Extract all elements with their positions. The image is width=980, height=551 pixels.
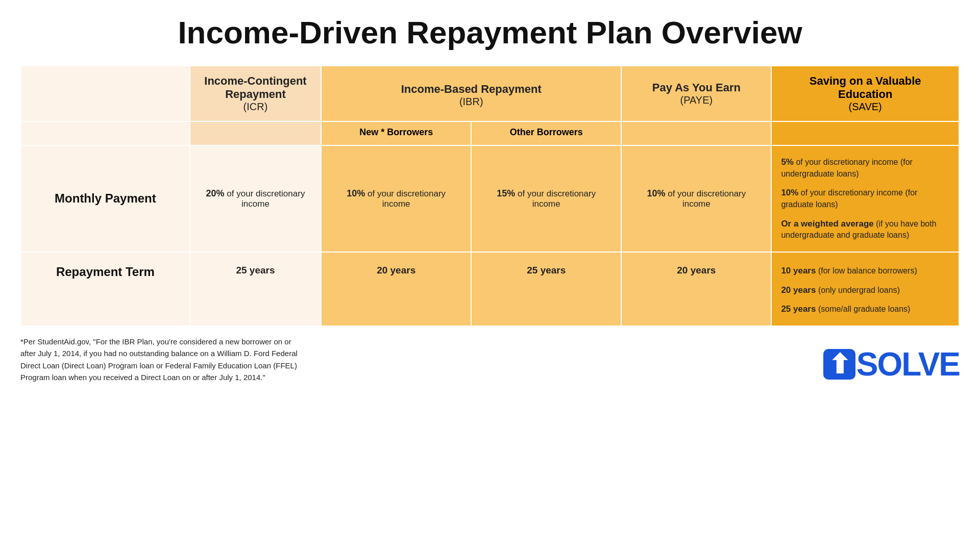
save-term-entry-1: 10 years (for low balance borrowers) [781, 265, 949, 277]
monthly-payment-ibr-other: 15% of your discretionary income [471, 145, 621, 252]
ibr-header-name: Income-Based Repayment [332, 83, 610, 96]
icr-payment-bold: 20% [206, 188, 225, 198]
save-p3-bold: Or a weighted average [781, 219, 873, 229]
ibr-new-payment-bold: 10% [347, 188, 365, 198]
ibr-other-payment-bold: 15% [497, 188, 515, 198]
icr-payment-rest: of your discretionary income [225, 189, 305, 209]
repayment-term-paye: 20 years [621, 252, 771, 326]
ibr-new-payment-rest: of your discretionary income [365, 189, 446, 209]
save-header-name: Saving on a Valuable Education [782, 74, 948, 101]
monthly-payment-icr: 20% of your discretionary income [190, 145, 321, 252]
paye-payment-bold: 10% [647, 188, 665, 198]
repayment-term-ibr-new: 20 years [321, 252, 471, 326]
ibr-other-payment-rest: of your discretionary income [515, 189, 596, 209]
save-payment-entry-1: 5% of your discretionary income (for und… [781, 156, 949, 180]
repayment-term-row: Repayment Term 25 years 20 years 25 year… [21, 252, 959, 326]
paye-header-abbr: (PAYE) [632, 94, 761, 106]
comparison-table: Income-Contingent Repayment (ICR) Income… [20, 65, 960, 327]
logo-icon: ⬆ [823, 349, 855, 380]
repayment-term-save: 10 years (for low balance borrowers) 20 … [771, 252, 959, 326]
ibr-header-abbr: (IBR) [332, 96, 610, 108]
page-title: Income-Driven Repayment Plan Overview [178, 15, 802, 50]
monthly-payment-paye: 10% of your discretionary income [621, 145, 771, 252]
save-p2-bold: 10% [781, 188, 798, 197]
save-p1-rest: of your discretionary income (for underg… [781, 158, 913, 178]
save-payment-entry-2: 10% of your discretionary income (for gr… [781, 187, 949, 210]
monthly-payment-ibr-new: 10% of your discretionary income [321, 145, 471, 252]
ibr-other-sub-label: Other Borrowers [510, 127, 583, 137]
monthly-payment-label: Monthly Payment [21, 145, 190, 252]
save-t1-rest: (for low balance borrowers) [816, 266, 917, 275]
icr-header-abbr: (ICR) [201, 101, 310, 113]
save-term-entry-3: 25 years (some/all graduate loans) [781, 303, 949, 315]
header-row-ibr-sub: New * Borrowers Other Borrowers [21, 121, 959, 145]
paye-payment-rest: of your discretionary income [665, 189, 746, 209]
logo-solve-text: SOLVE [856, 345, 960, 383]
repayment-term-ibr-other: 25 years [471, 252, 621, 326]
save-t3-bold: 25 years [781, 304, 816, 314]
ibr-new-sub-label: New * Borrowers [359, 127, 433, 137]
footer-note: *Per StudentAid.gov, "For the IBR Plan, … [20, 336, 306, 383]
icr-header-name: Income-Contingent Repayment [201, 74, 310, 101]
logo-area: ⬆SOLVE [823, 345, 960, 383]
upsolve-logo: ⬆SOLVE [823, 345, 960, 383]
paye-header-name: Pay As You Earn [632, 81, 761, 94]
monthly-payment-save: 5% of your discretionary income (for und… [771, 145, 959, 252]
save-t2-bold: 20 years [781, 285, 816, 295]
header-row-main: Income-Contingent Repayment (ICR) Income… [21, 66, 959, 121]
monthly-payment-row: Monthly Payment 20% of your discretionar… [21, 145, 959, 252]
save-p1-bold: 5% [781, 157, 794, 167]
save-t2-rest: (only undergrad loans) [816, 286, 900, 294]
save-term-entry-2: 20 years (only undergrad loans) [781, 284, 949, 296]
repayment-term-icr: 25 years [190, 252, 321, 326]
repayment-term-label: Repayment Term [21, 252, 190, 326]
save-payment-entry-3: Or a weighted average (if you have both … [781, 218, 949, 241]
save-header-abbr: (SAVE) [782, 101, 948, 113]
save-t3-rest: (some/all graduate loans) [816, 305, 910, 313]
footer: *Per StudentAid.gov, "For the IBR Plan, … [20, 336, 960, 383]
save-p2-rest: of your discretionary income (for gradua… [781, 188, 917, 209]
save-t1-bold: 10 years [781, 266, 816, 276]
